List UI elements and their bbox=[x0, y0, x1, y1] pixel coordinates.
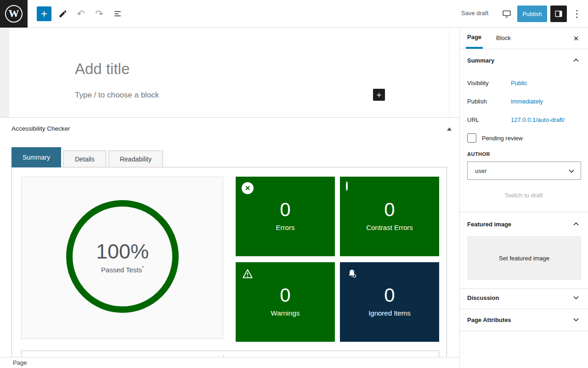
chevron-down-icon bbox=[571, 292, 582, 303]
chevron-down-icon bbox=[571, 314, 582, 325]
save-draft-button[interactable]: Save draft bbox=[461, 10, 488, 17]
block-inserter-button[interactable]: + bbox=[373, 89, 385, 101]
warnings-count: 0 bbox=[236, 284, 335, 306]
metabox-tabs: Summary Details Readability bbox=[11, 147, 163, 167]
undo-icon: ↶ bbox=[77, 8, 85, 19]
title-input[interactable]: Add title bbox=[75, 60, 130, 78]
warning-icon bbox=[242, 268, 254, 280]
contrast-errors-label: Contrast Errors bbox=[340, 224, 439, 231]
accessibility-checker-metabox: Accessibility Checker Summary Details Re… bbox=[0, 117, 459, 357]
plus-icon: + bbox=[41, 7, 47, 20]
discussion-expand-button[interactable] bbox=[571, 292, 582, 303]
tab-summary[interactable]: Summary bbox=[11, 147, 61, 167]
list-view-icon bbox=[113, 9, 122, 18]
metabox-collapse-button[interactable] bbox=[446, 126, 453, 132]
page-attributes-section-title: Page Attributes bbox=[467, 316, 511, 323]
chevron-up-icon bbox=[571, 218, 582, 230]
url-value-button[interactable]: 127.0.0.1/auto-draft/ bbox=[511, 116, 565, 123]
pencil-icon bbox=[58, 9, 68, 18]
chevron-down-icon bbox=[566, 166, 577, 177]
section-divider bbox=[460, 212, 588, 212]
redo-icon: ↷ bbox=[95, 8, 103, 19]
warnings-tile: 0 Warnings bbox=[236, 262, 335, 342]
contrast-errors-count: 0 bbox=[340, 199, 439, 221]
featured-image-collapse-button[interactable] bbox=[571, 218, 582, 230]
metabox-title: Accessibility Checker bbox=[11, 125, 70, 132]
redo-button[interactable]: ↷ bbox=[91, 6, 107, 22]
page-canvas[interactable]: Add title Type / to choose a block + bbox=[9, 28, 450, 117]
tab-page[interactable]: Page bbox=[466, 27, 483, 49]
url-label: URL bbox=[467, 116, 479, 123]
pending-review-label: Pending review bbox=[482, 135, 523, 142]
contrast-icon bbox=[346, 182, 358, 194]
tab-block[interactable]: Block bbox=[495, 27, 512, 49]
errors-label: Errors bbox=[236, 224, 335, 231]
close-sidebar-button[interactable]: ✕ bbox=[569, 31, 583, 46]
block-inserter-toggle-button[interactable]: + bbox=[37, 6, 51, 21]
sidebar-header: Page Block ✕ bbox=[460, 28, 588, 49]
canvas-gutter bbox=[0, 28, 9, 117]
desktop-icon bbox=[502, 9, 512, 19]
footnote-marker: * bbox=[142, 265, 144, 270]
author-label: AUTHOR bbox=[467, 151, 490, 157]
passed-percent: 100% bbox=[96, 240, 149, 264]
plus-icon: + bbox=[376, 90, 381, 100]
errors-count: 0 bbox=[236, 199, 335, 221]
triangle-up-icon bbox=[447, 127, 452, 131]
ignored-items-label: Ignored Items bbox=[340, 309, 439, 317]
metabox-header: Accessibility Checker bbox=[0, 118, 459, 140]
tab-readability[interactable]: Readability bbox=[108, 150, 163, 167]
passed-tests-card: 100% Passed Tests* bbox=[21, 177, 223, 339]
warnings-label: Warnings bbox=[236, 309, 335, 317]
ignored-items-tile: 0 Ignored Items bbox=[340, 262, 439, 342]
options-menu-button[interactable]: ⋮ bbox=[569, 6, 585, 22]
edit-tool-button[interactable] bbox=[55, 6, 71, 22]
tab-details[interactable]: Details bbox=[63, 150, 106, 167]
summary-collapse-button[interactable] bbox=[571, 55, 582, 66]
sidebar-icon bbox=[554, 9, 564, 19]
section-divider bbox=[460, 309, 588, 309]
ignored-items-count: 0 bbox=[340, 284, 439, 306]
ellipsis-icon: ⋮ bbox=[572, 8, 582, 19]
undo-button[interactable]: ↶ bbox=[73, 6, 89, 22]
discussion-section-title: Discussion bbox=[467, 294, 499, 301]
details-table-partial bbox=[21, 351, 439, 357]
chevron-up-icon bbox=[571, 55, 582, 66]
wordpress-editor: W + ↶ ↷ Save draft Publish bbox=[0, 0, 588, 368]
featured-image-section-title: Featured image bbox=[467, 221, 511, 228]
empty-block-paragraph[interactable]: Type / to choose a block bbox=[75, 90, 159, 100]
visibility-label: Visibility bbox=[467, 80, 489, 86]
author-select[interactable]: user bbox=[467, 161, 581, 180]
passed-label: Passed Tests* bbox=[101, 265, 144, 274]
publish-label: Publish bbox=[467, 98, 487, 105]
page-attributes-expand-button[interactable] bbox=[571, 314, 582, 325]
pending-review-checkbox[interactable] bbox=[467, 133, 476, 143]
wordpress-logo-button[interactable]: W bbox=[0, 0, 28, 28]
close-icon: ✕ bbox=[573, 34, 579, 43]
errors-tile: × 0 Errors bbox=[236, 177, 335, 256]
publish-button[interactable]: Publish bbox=[517, 6, 547, 22]
switch-to-draft-button[interactable]: Switch to draft bbox=[460, 192, 588, 199]
set-featured-image-button[interactable]: Set featured image bbox=[467, 236, 581, 280]
visibility-value-button[interactable]: Public bbox=[511, 80, 527, 86]
settings-sidebar-toggle-button[interactable] bbox=[550, 6, 567, 22]
progress-ring: 100% Passed Tests* bbox=[66, 200, 179, 313]
editor-footer: Page bbox=[0, 357, 459, 368]
editor-content-area: Add title Type / to choose a block + Acc… bbox=[0, 28, 459, 357]
document-overview-button[interactable] bbox=[109, 6, 126, 22]
summary-section-title: Summary bbox=[467, 57, 494, 64]
summary-panel: 100% Passed Tests* × 0 Errors 0 Contrast… bbox=[11, 167, 447, 357]
contrast-errors-tile: 0 Contrast Errors bbox=[340, 177, 439, 256]
wordpress-icon: W bbox=[5, 5, 23, 23]
preview-button[interactable] bbox=[498, 6, 515, 22]
error-cancel-icon: × bbox=[242, 182, 254, 194]
bell-icon bbox=[346, 268, 358, 280]
section-divider bbox=[460, 288, 588, 289]
publish-value-button[interactable]: Immediately bbox=[511, 98, 543, 105]
breadcrumb[interactable]: Page bbox=[13, 359, 27, 366]
section-divider bbox=[460, 331, 588, 331]
top-toolbar: W + ↶ ↷ Save draft Publish bbox=[0, 0, 588, 28]
author-selected-value: user bbox=[475, 167, 486, 174]
settings-sidebar: Page Block ✕ Summary Visibility Public P… bbox=[459, 28, 588, 368]
